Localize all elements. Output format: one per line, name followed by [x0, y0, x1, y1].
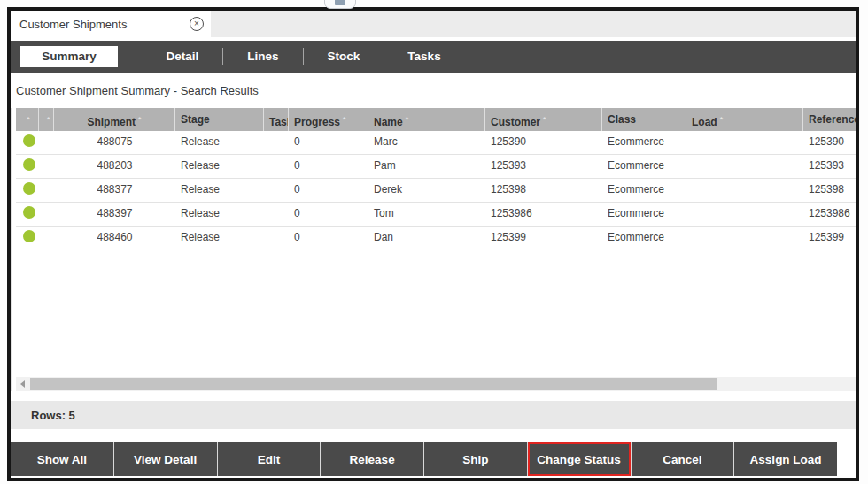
- grid-empty-area: [16, 250, 856, 377]
- assign-load-button[interactable]: Assign Load: [733, 442, 837, 476]
- column-header-stage[interactable]: Stage: [175, 108, 264, 131]
- cell-class: Ecommerce: [602, 131, 686, 153]
- tab-strip-filler: [211, 11, 856, 37]
- cell-shipment: 488203: [54, 155, 175, 177]
- scrollbar-thumb[interactable]: [30, 378, 717, 390]
- show-all-button[interactable]: Show All: [11, 442, 113, 476]
- cell-reference: 125390: [803, 131, 856, 153]
- table-row[interactable]: 488397Release0Tom1253986Ecommerce1253986: [16, 203, 856, 227]
- horizontal-scrollbar[interactable]: [16, 377, 856, 391]
- tab-lines[interactable]: Lines: [222, 48, 303, 65]
- action-button-bar: Show AllView DetailEditReleaseShipChange…: [11, 442, 837, 476]
- cell-load: [686, 203, 803, 225]
- release-button[interactable]: Release: [320, 442, 423, 476]
- cell-stage: Release: [175, 203, 264, 225]
- table-row[interactable]: 488377Release0Derek125398Ecommerce125398: [16, 179, 856, 203]
- column-header-task[interactable]: Task...*: [264, 108, 289, 131]
- tab-summary[interactable]: Summary: [20, 46, 118, 67]
- status-dot-icon: [23, 206, 35, 219]
- document-tab-customer-shipments[interactable]: Customer Shipments ×: [11, 11, 211, 37]
- status-cell: [16, 227, 39, 249]
- cell-indicator: [39, 203, 54, 225]
- cell-task: [264, 155, 289, 177]
- scroll-left-button[interactable]: [16, 377, 29, 391]
- tab-stock[interactable]: Stock: [303, 48, 384, 65]
- sort-marker-icon: *: [47, 115, 50, 124]
- cell-stage: Release: [175, 155, 264, 177]
- table-row[interactable]: 488460Release0Dan125399Ecommerce125399: [16, 227, 856, 250]
- column-header-customer[interactable]: Customer*: [485, 108, 602, 131]
- table-row[interactable]: 488075Release0Marc125390Ecommerce125390: [16, 131, 856, 155]
- page-title: Customer Shipment Summary - Search Resul…: [16, 84, 259, 97]
- cell-customer: 1253986: [485, 203, 602, 225]
- status-cell: [16, 203, 39, 225]
- cell-class: Ecommerce: [602, 155, 686, 177]
- column-header-shipment[interactable]: Shipment*: [54, 108, 175, 131]
- cell-reference: 1253986: [803, 203, 856, 225]
- cell-reference: 125398: [803, 179, 856, 201]
- status-dot-icon: [23, 158, 35, 171]
- document-tab-title: Customer Shipments: [19, 18, 127, 31]
- document-tab-strip: Customer Shipments ×: [11, 11, 856, 37]
- sort-marker-icon: *: [543, 115, 546, 124]
- cell-shipment: 488075: [54, 131, 175, 153]
- browser-button-fragment: [324, 0, 356, 9]
- change-status-button[interactable]: Change Status: [527, 442, 631, 476]
- cell-progress: 0: [289, 155, 368, 177]
- cell-customer: 125399: [485, 227, 602, 249]
- close-icon[interactable]: ×: [190, 17, 204, 31]
- column-header-indicator-1[interactable]: *: [39, 108, 54, 131]
- cell-task: [264, 227, 289, 249]
- cell-name: Dan: [368, 227, 485, 249]
- status-dot-icon: [23, 134, 35, 147]
- app-window: Customer Shipments × SummaryDetailLinesS…: [7, 7, 859, 481]
- cell-load: [686, 227, 803, 249]
- cell-shipment: 488460: [54, 227, 175, 249]
- cell-reference: 125393: [803, 155, 856, 177]
- cell-name: Derek: [368, 179, 485, 201]
- results-grid: **Shipment*StageTask...*Progress*Name*Cu…: [16, 108, 856, 377]
- cell-load: [686, 155, 803, 177]
- results-grid-panel: **Shipment*StageTask...*Progress*Name*Cu…: [11, 108, 856, 391]
- tab-tasks[interactable]: Tasks: [384, 48, 464, 65]
- ship-button[interactable]: Ship: [423, 442, 527, 476]
- status-cell: [16, 179, 39, 201]
- column-header-load[interactable]: Load*: [686, 108, 803, 131]
- tab-detail[interactable]: Detail: [143, 48, 222, 65]
- column-header-indicator-0[interactable]: *: [16, 108, 39, 131]
- sort-marker-icon: *: [720, 115, 724, 124]
- cell-customer: 125390: [485, 131, 602, 153]
- cell-shipment: 488397: [54, 203, 175, 225]
- title-row: Customer Shipment Summary - Search Resul…: [11, 73, 856, 108]
- edit-button[interactable]: Edit: [217, 442, 321, 476]
- cell-name: Pam: [368, 155, 485, 177]
- cell-class: Ecommerce: [602, 227, 686, 249]
- column-header-reference[interactable]: Reference: [803, 108, 856, 131]
- cell-name: Tom: [368, 203, 485, 225]
- column-header-name[interactable]: Name*: [368, 108, 485, 131]
- cancel-button[interactable]: Cancel: [631, 442, 734, 476]
- cell-class: Ecommerce: [602, 203, 686, 225]
- cell-progress: 0: [289, 227, 368, 249]
- cell-class: Ecommerce: [602, 179, 686, 201]
- cell-progress: 0: [289, 131, 368, 153]
- cell-indicator: [39, 227, 54, 249]
- status-bar: Rows: 5: [11, 401, 856, 429]
- rows-count: Rows: 5: [31, 409, 75, 422]
- grid-body: 488075Release0Marc125390Ecommerce1253904…: [16, 131, 856, 250]
- status-cell: [16, 155, 39, 177]
- cell-task: [264, 203, 289, 225]
- column-header-progress[interactable]: Progress*: [289, 108, 368, 131]
- browser-button-glyph: [335, 0, 345, 5]
- cell-customer: 125398: [485, 179, 602, 201]
- view-detail-button[interactable]: View Detail: [113, 442, 217, 476]
- cell-name: Marc: [368, 131, 485, 153]
- grid-header-row: **Shipment*StageTask...*Progress*Name*Cu…: [16, 108, 856, 131]
- cell-stage: Release: [175, 227, 264, 249]
- cell-load: [686, 179, 803, 201]
- status-dot-icon: [23, 182, 35, 195]
- table-row[interactable]: 488203Release0Pam125393Ecommerce125393: [16, 155, 856, 179]
- sort-marker-icon: *: [138, 115, 142, 124]
- cell-progress: 0: [289, 203, 368, 225]
- column-header-class[interactable]: Class: [602, 108, 686, 131]
